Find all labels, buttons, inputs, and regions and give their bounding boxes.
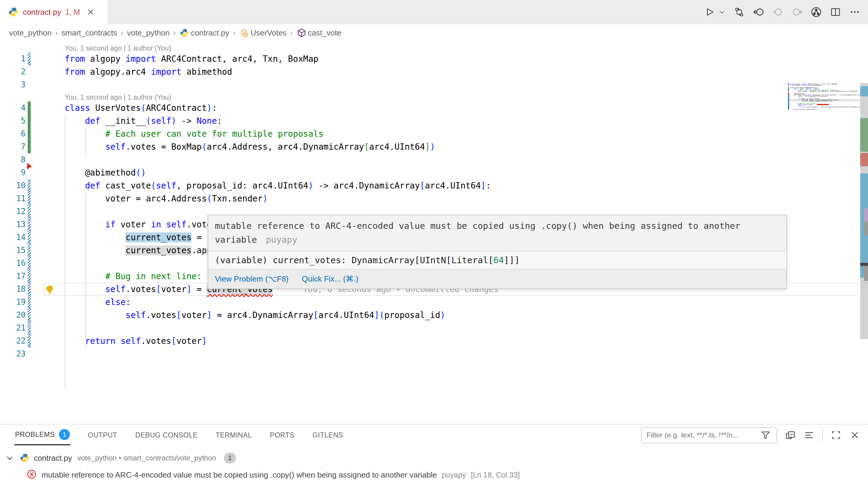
git-compare-icon[interactable] [734,7,745,18]
code-line-9[interactable]: 9 @abimethod() [0,166,859,179]
python-icon [8,7,19,17]
go-back-icon[interactable] [753,7,764,18]
more-actions-icon[interactable] [849,7,860,18]
panel-tab-terminal[interactable]: TERMINAL [215,426,252,444]
panel-tab-ports[interactable]: PORTS [269,426,295,444]
line-number: 18 [0,283,26,296]
gutter-modified-marker[interactable] [28,192,31,205]
code-line-22[interactable]: 22 return self.votes[voter] [0,335,859,347]
codelens-blame[interactable]: You, 1 second ago | 1 author (You) [0,91,859,101]
problems-file-path: vote_python • smart_contracts/vote_pytho… [78,454,216,462]
next-change-icon[interactable] [792,7,802,18]
minimap[interactable]: from algopy import ARC4Contract, arc4, T… [788,83,860,114]
overview-ruler-mark [860,86,868,96]
gutter-modified-marker[interactable] [28,205,31,218]
gutter-modified-marker[interactable] [28,296,31,309]
line-number: 22 [0,335,26,347]
run-icon[interactable] [704,7,715,18]
breadcrumb-item[interactable]: contract.py [191,28,229,38]
view-as-table-icon[interactable] [804,430,814,441]
minimap-line: voter = arc4.Address(Txn.sender) [790,95,828,97]
chevron-right-icon: › [290,28,293,38]
chevron-down-icon[interactable] [719,7,725,18]
line-number: 13 [0,218,26,231]
minimap-line: from algopy.arc4 import abimethod [790,85,822,86]
line-number: 10 [0,179,26,192]
maximize-panel-icon[interactable] [831,430,841,441]
minimap-gutter-mark [788,94,789,110]
filter-funnel-icon[interactable] [761,430,771,441]
code-line-6[interactable]: 6 # Each user can vote for multiple prop… [0,127,859,140]
code-line-21[interactable]: 21 [0,322,859,335]
gutter-added-marker[interactable] [28,101,31,115]
breadcrumb-item[interactable]: UserVotes [250,28,286,38]
overview-ruler-scrollbar[interactable] [860,83,868,339]
gutter-modified-marker[interactable] [28,283,31,296]
breadcrumb-item[interactable]: cast_vote [308,28,341,38]
panel-tab-debug-console[interactable]: DEBUG CONSOLE [134,426,198,444]
panel-tab-problems[interactable]: PROBLEMS1 [14,424,70,445]
gutter-modified-marker[interactable] [28,231,31,244]
code-line-2[interactable]: 2from algopy.arc4 import abimethod [0,65,859,78]
panel-tab-gitlens[interactable]: GITLENS [312,426,344,444]
commit-graph-icon[interactable] [811,7,822,18]
breadcrumb-item[interactable]: vote_python [9,28,52,38]
panel-tab-output[interactable]: OUTPUT [87,426,118,444]
method-symbol-icon [297,28,306,37]
gutter-modified-marker[interactable] [28,322,31,335]
hover-error-source: puyapy [266,235,297,245]
problems-file-name: contract.py [34,454,72,463]
code-line-19[interactable]: 19 else: [0,296,859,309]
gutter-modified-marker[interactable] [28,179,31,192]
gutter-modified-marker[interactable] [28,244,31,257]
split-editor-icon[interactable] [830,7,841,18]
code-line-4[interactable]: 4class UserVotes(ARC4Contract): [0,101,859,115]
code-line-3[interactable]: 3 [0,78,859,91]
gutter-modified-marker[interactable] [28,218,31,231]
gutter-deleted-marker[interactable] [27,163,32,170]
code-text: self.votes[voter] = arc4.DynamicArray[ar… [65,309,445,322]
minimap-gutter-mark [788,83,789,86]
problems-file-row[interactable]: contract.py vote_python • smart_contract… [0,450,236,466]
line-number: 17 [0,270,26,283]
code-line-8[interactable]: 8 [0,153,859,166]
line-number: 3 [0,78,26,91]
code-line-7[interactable]: 7 self.votes = BoxMap(arc4.Address, arc4… [0,140,859,153]
gutter-modified-marker[interactable] [28,270,31,283]
collapse-all-icon[interactable] [785,430,796,441]
error-icon [27,469,37,481]
chevron-right-icon: › [173,28,176,38]
breadcrumb-item[interactable]: smart_contracts [61,28,117,38]
view-problem-link[interactable]: View Problem (⌥F8) [215,274,289,284]
editor-toolbar [704,0,860,24]
code-line-1[interactable]: 1from algopy import ARC4Contract, arc4, … [0,52,859,65]
close-panel-icon[interactable] [849,430,860,441]
gutter-modified-marker[interactable] [28,309,31,322]
panel-toolbar [641,427,860,443]
code-line-23[interactable]: 23 [0,347,859,360]
chevron-down-icon[interactable] [4,453,15,463]
gutter-added-marker[interactable] [28,115,31,127]
breadcrumb-item[interactable]: vote_python [127,28,170,38]
lightbulb-icon[interactable] [45,285,54,296]
gutter-modified-marker[interactable] [28,335,31,347]
problems-filter-input[interactable] [641,427,777,443]
quick-fix-link[interactable]: Quick Fix... (⌘.) [302,274,359,284]
tab-problem-modified-badge: 1, M [65,8,80,17]
code-line-5[interactable]: 5 def __init__(self) -> None: [0,115,859,127]
close-tab-icon[interactable] [87,8,94,16]
code-text: def cast_vote(self, proposal_id: arc4.UI… [65,179,491,192]
codelens-blame[interactable]: You, 1 second ago | 1 author (You) [0,42,859,52]
gutter-modified-marker[interactable] [28,257,31,270]
class-symbol-icon [240,28,249,37]
gutter-modified-marker[interactable] [28,52,31,65]
tab-contract-py[interactable]: contract.py 1, M [0,0,108,24]
line-number: 20 [0,309,26,322]
code-line-11[interactable]: 11 voter = arc4.Address(Txn.sender) [0,192,859,205]
problem-row[interactable]: mutable reference to ARC-4-encoded value… [27,467,520,483]
code-line-10[interactable]: 10 def cast_vote(self, proposal_id: arc4… [0,179,859,192]
previous-change-icon[interactable] [772,7,783,18]
gutter-added-marker[interactable] [28,127,31,140]
gutter-added-marker[interactable] [28,140,31,153]
code-line-20[interactable]: 20 self.votes[voter] = arc4.DynamicArray… [0,309,859,322]
